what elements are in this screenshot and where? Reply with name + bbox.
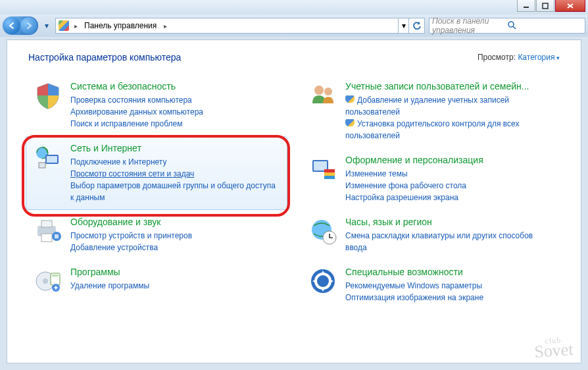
forward-button[interactable] [20,17,37,34]
maximize-button[interactable] [536,0,554,12]
right-column: Учетные записи пользователей и семейн...… [301,74,562,310]
category-system-security[interactable]: Система и безопасность Проверка состояни… [26,74,287,136]
search-placeholder: Поиск в панели управления [432,16,507,35]
link-homegroup[interactable]: Выбор параметров домашней группы и общег… [70,180,280,203]
link-connect-internet[interactable]: Подключение к Интернету [70,156,280,168]
navigation-bar: ▾ ▸ Панель управления ▸ ▾ Поиск в панели… [0,14,588,37]
category-title[interactable]: Система и безопасность [70,81,280,92]
category-title[interactable]: Часы, язык и регион [345,217,554,227]
svg-point-27 [317,275,329,287]
link-change-theme[interactable]: Изменение темы [345,168,554,180]
svg-rect-4 [47,156,57,163]
svg-point-16 [314,86,324,95]
control-panel-icon [59,20,69,31]
link-screen-resolution[interactable]: Настройка разрешения экрана [345,192,554,203]
search-box[interactable]: Поиск в панели управления [429,18,585,34]
page-title: Настройка параметров компьютера [28,52,181,63]
svg-rect-10 [55,234,59,238]
view-selector: Просмотр: Категория [478,53,560,62]
svg-rect-14 [52,275,59,277]
link-parental-controls[interactable]: Установка родительского контроля для все… [345,118,554,142]
category-title[interactable]: Оборудование и звук [70,217,280,227]
svg-rect-8 [41,234,52,242]
category-hardware-sound[interactable]: Оборудование и звук Просмотр устройств и… [26,210,287,260]
category-title[interactable]: Оформление и персонализация [345,155,554,165]
link-uninstall[interactable]: Удаление программы [70,280,280,292]
link-optimize-display[interactable]: Оптимизация изображения на экране [345,292,554,304]
appearance-icon [308,155,337,184]
svg-rect-21 [324,172,335,176]
window-titlebar [0,0,588,14]
left-column: Система и безопасность Проверка состояни… [26,74,287,310]
category-network-internet[interactable]: Сеть и Интернет Подключение к Интернету … [26,136,287,210]
link-recommended-settings[interactable]: Рекомендуемые Windows параметры [345,280,554,292]
link-check-status[interactable]: Проверка состояния компьютера [70,94,280,106]
svg-rect-7 [41,221,52,227]
category-appearance[interactable]: Оформление и персонализация Изменение те… [301,148,562,210]
svg-rect-22 [324,176,335,179]
svg-point-1 [508,22,514,27]
link-keyboard-layout[interactable]: Смена раскладки клавиатуры или других сп… [345,230,554,253]
link-change-wallpaper[interactable]: Изменение фона рабочего стола [345,180,554,192]
category-title[interactable]: Учетные записи пользователей и семейн... [345,81,554,92]
svg-rect-5 [39,163,45,168]
address-dropdown-button[interactable]: ▾ [398,18,408,33]
search-icon[interactable] [507,20,582,32]
view-label: Просмотр: [478,53,516,62]
category-ease-of-access[interactable]: Специальные возможности Рекомендуемые Wi… [301,260,562,310]
programs-icon [34,267,62,296]
chevron-right-icon: ▸ [72,22,80,30]
refresh-button[interactable] [408,18,424,33]
address-bar[interactable]: ▸ Панель управления ▸ ▾ [55,18,425,34]
ease-of-access-icon [308,267,337,296]
chevron-right-icon[interactable]: ▸ [161,22,170,30]
link-network-status[interactable]: Просмотр состояния сети и задач [70,168,280,180]
watermark: club Sovet [533,336,574,359]
nav-buttons [3,16,38,35]
clock-globe-icon [308,217,337,246]
svg-rect-19 [314,161,327,171]
svg-rect-20 [324,169,335,172]
category-clock-language-region[interactable]: Часы, язык и регион Смена раскладки клав… [301,210,562,260]
content-panel: Настройка параметров компьютера Просмотр… [7,40,581,363]
link-devices-printers[interactable]: Просмотр устройств и принтеров [70,230,280,242]
link-add-device[interactable]: Добавление устройства [70,242,280,253]
users-icon [308,81,337,110]
view-mode-dropdown[interactable]: Категория [518,53,560,62]
link-backup[interactable]: Архивирование данных компьютера [70,106,280,118]
nav-recent-menu[interactable]: ▾ [42,19,51,32]
back-button[interactable] [3,17,20,34]
network-icon [34,143,62,172]
category-user-accounts[interactable]: Учетные записи пользователей и семейн...… [301,74,562,148]
svg-point-12 [43,278,48,284]
category-title[interactable]: Программы [70,267,280,277]
category-programs[interactable]: Программы Удаление программы [26,260,287,302]
svg-rect-0 [543,3,548,9]
close-button[interactable] [555,0,585,12]
category-title[interactable]: Сеть и Интернет [70,143,280,153]
svg-point-17 [324,88,332,95]
shield-icon [34,81,62,110]
printer-icon [34,217,62,246]
minimize-button[interactable] [517,0,535,12]
link-troubleshoot[interactable]: Поиск и исправление проблем [70,118,280,130]
category-title[interactable]: Специальные возможности [345,267,554,277]
breadcrumb-root[interactable]: Панель управления [80,18,161,33]
link-add-remove-accounts[interactable]: Добавление и удаление учетных записей по… [345,94,554,118]
